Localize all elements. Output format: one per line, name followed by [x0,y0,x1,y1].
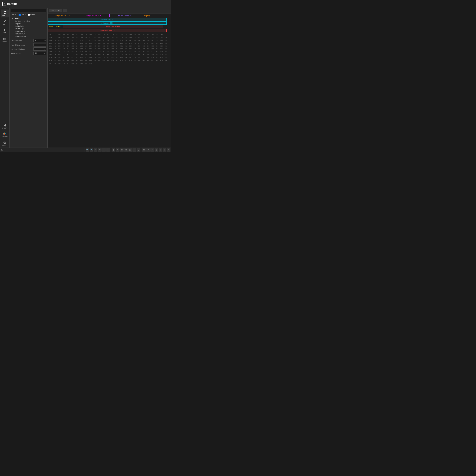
dmx-num-179[interactable]: 179 [128,33,133,36]
dmx-num-291[interactable]: 291 [75,45,79,48]
dmx-num-311[interactable]: 311 [164,45,168,48]
dmx-num-439[interactable]: 439 [62,59,66,62]
tree-child-3[interactable]: clp64tri3wps [14,27,46,30]
dmx-num-426[interactable]: 426 [124,56,128,59]
dmx-num-239[interactable]: 239 [119,39,124,42]
dmx-num-214[interactable]: 214 [146,36,151,39]
dmx-num-394[interactable]: 394 [119,53,124,56]
dmx-num-360[interactable]: 360 [106,50,110,53]
dmx-num-164[interactable]: 164 [62,33,66,36]
dmx-num-348[interactable]: 348 [70,50,75,53]
dmx-num-168[interactable]: 168 [79,33,84,36]
dmx-num-273[interactable]: 273 [133,42,137,45]
dmx-num-178[interactable]: 178 [124,33,128,36]
dmx-num-376[interactable]: 376 [57,53,62,56]
dmx-num-354[interactable]: 354 [79,50,84,53]
dmx-num-372[interactable]: 372 [159,50,164,53]
sidebar-item-patch[interactable]: + PATCH [1,10,9,17]
dmx-num-316[interactable]: 316 [66,48,70,50]
dmx-num-197[interactable]: 197 [70,36,75,39]
dmx-num-251[interactable]: 251 [53,42,57,45]
dmx-num-314[interactable]: 314 [57,48,62,50]
sidebar-item-fader[interactable]: FADER [1,122,9,130]
dmx-num-409[interactable]: 409 [66,56,70,59]
dmx-num-180[interactable]: 180 [133,33,137,36]
dmx-num-340[interactable]: 340 [155,48,159,50]
sidebar-item-live[interactable]: LIVE [1,27,9,35]
universe-tab[interactable]: Universe 1 [49,9,62,12]
dmx-num-315[interactable]: 315 [62,48,66,50]
dmx-num-404[interactable]: 404 [164,53,168,56]
dmx-num-370[interactable]: 370 [151,50,155,53]
dmx-num-367[interactable]: 367 [137,50,141,53]
dmx-num-211[interactable]: 211 [133,36,137,39]
dmx-num-310[interactable]: 310 [159,45,164,48]
dmx-num-308[interactable]: 308 [151,45,155,48]
dmx-num-417[interactable]: 417 [84,56,88,59]
dmx-num-334[interactable]: 334 [128,48,133,50]
dmx-num-177[interactable]: 177 [119,33,124,36]
dmx-num-296[interactable]: 296 [97,45,102,48]
dmx-num-363[interactable]: 363 [119,50,124,53]
dmx-num-347[interactable]: 347 [66,50,70,53]
dmx-num-226[interactable]: 226 [62,39,66,42]
dmx-num-461[interactable]: 461 [141,59,146,62]
dmx-num-209[interactable]: 209 [124,36,128,39]
sidebar-item-effect[interactable]: EFFECT [1,140,9,148]
dmx-num-284[interactable]: 284 [62,45,66,48]
dmx-num-220[interactable]: 220 [53,39,57,42]
dmx-num-246[interactable]: 246 [151,39,155,42]
dmx-num-373[interactable]: 373 [164,50,168,53]
search-input[interactable] [11,9,46,13]
dmx-num-278[interactable]: 278 [155,42,159,45]
dmx-num-454[interactable]: 454 [110,59,115,62]
dmx-num-262[interactable]: 262 [84,42,88,45]
dmx-num-329[interactable]: 329 [106,48,110,50]
dmx-num-165[interactable]: 165 [66,33,70,36]
dmx-num-356[interactable]: 356 [88,50,93,53]
dmx-num-432[interactable]: 432 [151,56,155,59]
zoom-in-button[interactable]: 🔍 [90,148,93,152]
fixture-bar-0[interactable]: flat pro par can 18.1 [48,14,78,17]
dmx-num-199[interactable]: 199 [79,36,84,39]
dmx-num-232[interactable]: 232 [88,39,93,42]
dmx-num-303[interactable]: 303 [128,45,133,48]
dmx-num-267[interactable]: 267 [106,42,110,45]
dmx-num-457[interactable]: 457 [124,59,128,62]
dmx-num-341[interactable]: 341 [159,48,164,50]
dmx-num-322[interactable]: 322 [75,48,79,50]
dmx-num-243[interactable]: 243 [137,39,141,42]
dmx-num-265[interactable]: 265 [97,42,102,45]
dmx-num-252[interactable]: 252 [57,42,62,45]
dmx-num-289[interactable]: 289 [66,45,70,48]
brand-checkbox-label[interactable]: Brand [28,14,35,16]
dmx-num-355[interactable]: 355 [84,50,88,53]
dmx-num-476[interactable]: 476 [88,62,93,65]
index-number-select[interactable]: 11 [34,51,46,55]
dmx-num-375[interactable]: 375 [53,53,57,56]
dmx-num-392[interactable]: 392 [110,53,115,56]
dmx-num-405[interactable]: 405 [48,56,53,59]
dmx-num-387[interactable]: 387 [88,53,93,56]
dmx-num-233[interactable]: 233 [93,39,97,42]
dmx-num-378[interactable]: 378 [66,53,70,56]
dmx-num-385[interactable]: 385 [79,53,84,56]
dmx-num-434[interactable]: 434 [159,56,164,59]
fixture-bar-2[interactable]: flat pro par can 18.3 [109,14,141,17]
dmx-num-440[interactable]: 440 [66,59,70,62]
dmx-num-471[interactable]: 471 [66,62,70,65]
dmx-num-423[interactable]: 423 [110,56,115,59]
dmx-num-249[interactable]: 249 [164,39,168,42]
undo2-button[interactable]: ↺ [146,148,150,152]
dmx-num-359[interactable]: 359 [102,50,106,53]
dmx-num-240[interactable]: 240 [124,39,128,42]
rect-button[interactable]: ◫ [128,148,132,152]
dmx-num-172[interactable]: 172 [97,33,102,36]
dmx-num-274[interactable]: 274 [137,42,141,45]
grid-button[interactable]: ▦ [112,148,115,152]
dmx-num-338[interactable]: 338 [146,48,151,50]
tree-child-5[interactable]: clpflat1tri3wir [14,33,46,35]
dmx-num-313[interactable]: 313 [53,48,57,50]
dmx-num-203[interactable]: 203 [97,36,102,39]
dmx-num-377[interactable]: 377 [62,53,66,56]
